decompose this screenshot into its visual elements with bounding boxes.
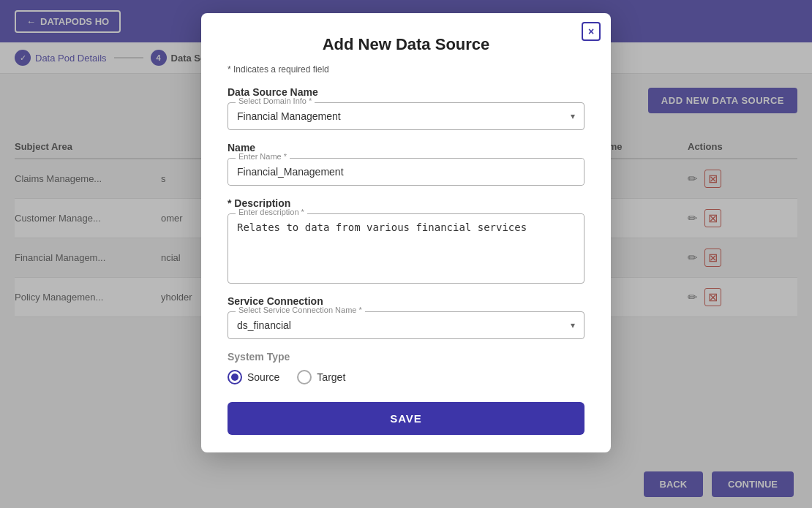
radio-source-label: Source (247, 371, 279, 383)
system-type-label: System Type (228, 351, 584, 363)
name-input[interactable] (228, 159, 584, 185)
required-note: * Indicates a required field (228, 64, 584, 75)
description-textarea-wrapper: Enter description * Relates to data from… (228, 213, 584, 284)
description-textarea[interactable]: Relates to data from various financial s… (228, 214, 584, 280)
radio-target-circle (297, 370, 312, 384)
radio-target[interactable]: Target (297, 370, 345, 384)
radio-source[interactable]: Source (228, 370, 279, 384)
service-select-label: Select Service Connection Name * (236, 306, 365, 314)
radio-group: Source Target (228, 370, 584, 384)
modal-title: Add New Data Source (228, 35, 584, 54)
modal-overlay: × Add New Data Source * Indicates a requ… (0, 0, 812, 508)
domain-select-wrapper: Select Domain Info * Financial Managemen… (228, 102, 584, 130)
radio-source-circle (228, 370, 242, 384)
add-data-source-modal: × Add New Data Source * Indicates a requ… (201, 13, 611, 452)
service-select-wrapper: Select Service Connection Name * ds_fina… (228, 311, 584, 339)
save-button[interactable]: SAVE (228, 402, 584, 435)
name-group: Name Enter Name * (228, 142, 584, 186)
background-page: ← DATAPODS HO ✓ Data Pod Details 4 Data … (0, 0, 812, 508)
radio-target-label: Target (317, 371, 345, 383)
system-type-section: System Type Source Target (228, 351, 584, 384)
service-connection-group: Service Connection Select Service Connec… (228, 295, 584, 339)
modal-close-button[interactable]: × (582, 22, 601, 41)
domain-select[interactable]: Financial Management Claims Management C… (228, 103, 584, 129)
description-group: * Description Enter description * Relate… (228, 197, 584, 284)
name-input-label: Enter Name * (236, 152, 290, 161)
service-select[interactable]: ds_financial ds_claims ds_customer (228, 312, 584, 338)
description-textarea-label: Enter description * (236, 208, 307, 216)
data-source-name-group: Data Source Name Select Domain Info * Fi… (228, 86, 584, 130)
domain-select-label: Select Domain Info * (236, 96, 315, 105)
name-input-wrapper: Enter Name * (228, 158, 584, 186)
